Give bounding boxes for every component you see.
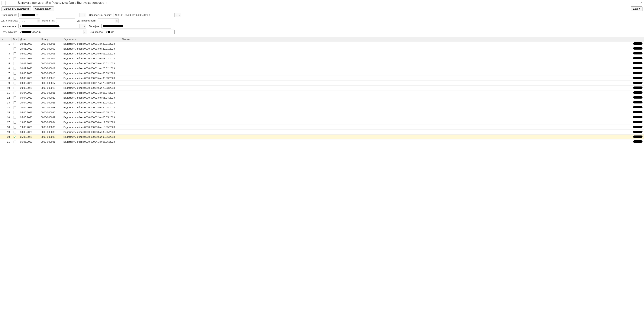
col-header-num[interactable]: Номер: [39, 37, 62, 42]
row-checkbox[interactable]: [14, 136, 16, 138]
cell-flag[interactable]: [11, 86, 19, 91]
cell-flag[interactable]: [11, 81, 19, 86]
row-checkbox[interactable]: [14, 52, 16, 55]
cell-flag[interactable]: [11, 100, 19, 105]
pay-date-label: Дата платежа:: [2, 19, 18, 22]
cell-flag[interactable]: [11, 61, 19, 66]
table-row[interactable]: 2105.06.20230000-000041Ведомость в банк …: [0, 139, 644, 144]
cell-date: 03.02.2023: [19, 56, 39, 61]
row-checkbox[interactable]: [14, 106, 16, 109]
pay-date-input-wrap[interactable]: 📅: [19, 18, 40, 23]
table-row[interactable]: 920.03.20230000-000017Ведомость в банк 0…: [0, 81, 644, 86]
project-input-wrap[interactable]: № 35-21-33/20-1 от 04.03.2020 г. ▾ ↗: [114, 13, 182, 17]
table-row[interactable]: 1605.05.20230000-000032Ведомость в банк …: [0, 115, 644, 120]
project-open-icon[interactable]: ↗: [178, 13, 181, 17]
table-row[interactable]: 1020.03.20230000-000019Ведомость в банк …: [0, 86, 644, 91]
create-file-button[interactable]: Создать файл: [33, 7, 54, 11]
org-open-icon[interactable]: ↗: [83, 13, 86, 17]
ved-date-calendar-icon[interactable]: 📅: [115, 19, 118, 23]
col-header-sum[interactable]: Сумма: [120, 37, 644, 42]
row-checkbox[interactable]: [14, 131, 16, 133]
pay-date-input[interactable]: [20, 19, 36, 23]
cell-flag[interactable]: [11, 115, 19, 120]
cell-flag[interactable]: [11, 120, 19, 125]
row-checkbox[interactable]: [14, 67, 16, 70]
cell-flag[interactable]: [11, 105, 19, 110]
table-row[interactable]: 520.02.20230000-000009Ведомость в банк 0…: [0, 61, 644, 66]
row-checkbox[interactable]: [14, 87, 16, 89]
table-row[interactable]: 620.02.20230000-000011Ведомость в банк 0…: [0, 66, 644, 71]
cell-flag[interactable]: [11, 135, 19, 139]
row-checkbox[interactable]: [14, 82, 16, 84]
cell-flag[interactable]: [11, 130, 19, 135]
row-checkbox[interactable]: [14, 43, 16, 45]
col-header-flag[interactable]: Флг: [11, 37, 19, 42]
cell-flag[interactable]: [11, 110, 19, 115]
close-icon[interactable]: ✕: [640, 1, 642, 4]
org-input-wrap[interactable]: О О" ▾ ↗: [18, 13, 86, 17]
col-header-n[interactable]: N: [0, 37, 11, 42]
table-row[interactable]: 403.02.20230000-000007Ведомость в банк 0…: [0, 56, 644, 61]
cell-flag[interactable]: [11, 56, 19, 61]
table-row[interactable]: 1420.04.20230000-000028Ведомость в банк …: [0, 105, 644, 110]
cell-flag[interactable]: [11, 46, 19, 51]
cell-flag[interactable]: [11, 71, 19, 76]
row-checkbox[interactable]: [14, 141, 16, 143]
table-row[interactable]: 1930.05.20230000-000038Ведомость в банк …: [0, 130, 644, 135]
filename-input-wrap[interactable]: s .xls: [105, 30, 174, 34]
table-row[interactable]: 803.03.20230000-000015Ведомость в банк 0…: [0, 76, 644, 81]
pay-date-calendar-icon[interactable]: 📅: [37, 19, 40, 23]
ved-date-input[interactable]: [98, 19, 115, 23]
row-checkbox[interactable]: [14, 97, 16, 99]
table-row[interactable]: 2005.06.20230000-000039Ведомость в банк …: [0, 135, 644, 139]
row-checkbox[interactable]: [14, 72, 16, 75]
table-row[interactable]: 1105.04.20230000-000021Ведомость в банк …: [0, 91, 644, 95]
org-dropdown-icon[interactable]: ▾: [79, 13, 83, 17]
executor-open-icon[interactable]: ↗: [83, 24, 86, 28]
cell-flag[interactable]: [11, 76, 19, 81]
cell-flag[interactable]: [11, 95, 19, 100]
row-checkbox[interactable]: [14, 126, 16, 129]
project-dropdown-icon[interactable]: ▾: [174, 13, 178, 17]
row-checkbox[interactable]: [14, 101, 16, 104]
table-row[interactable]: 1205.04.20230000-000023Ведомость в банк …: [0, 95, 644, 100]
nav-forward-button[interactable]: →: [6, 1, 10, 5]
cell-flag[interactable]: [11, 66, 19, 71]
table-row[interactable]: 703.03.20230000-000013Ведомость в банк 0…: [0, 71, 644, 76]
nav-back-button[interactable]: ←: [2, 1, 6, 5]
row-checkbox[interactable]: [14, 121, 16, 124]
kebab-menu-icon[interactable]: ⋮: [635, 1, 638, 4]
row-checkbox[interactable]: [14, 62, 16, 65]
row-checkbox[interactable]: [14, 92, 16, 94]
table-row[interactable]: 1719.05.20230000-000034Ведомость в банк …: [0, 120, 644, 125]
fill-vedomosti-button[interactable]: Заполнить ведомости: [2, 7, 31, 11]
col-header-date[interactable]: Дата: [19, 37, 39, 42]
row-checkbox[interactable]: [14, 111, 16, 114]
executor-input-wrap[interactable]: А ▾ ↗: [18, 24, 86, 29]
row-checkbox[interactable]: [14, 116, 16, 119]
table-row[interactable]: 20.01.20230000-000003Ведомость в банк 00…: [0, 46, 644, 51]
executor-dropdown-icon[interactable]: ▾: [79, 24, 83, 28]
row-checkbox[interactable]: [14, 48, 16, 50]
col-header-ved[interactable]: Ведомость: [62, 37, 120, 42]
table-row[interactable]: 1819.05.20230000-000036Ведомость в банк …: [0, 125, 644, 130]
cell-n: 21: [0, 139, 11, 144]
table-row[interactable]: 1505.05.20230000-000030Ведомость в банк …: [0, 110, 644, 115]
phone-input-wrap[interactable]: [101, 24, 171, 29]
pp-num-input-wrap[interactable]: [56, 18, 75, 23]
table-row[interactable]: 120.01.20230000-000001Ведомость в банк 0…: [0, 42, 644, 46]
table-row[interactable]: 303.02.20230000-000005Ведомость в банк 0…: [0, 51, 644, 56]
table-row[interactable]: 1320.04.20230000-000026Ведомость в банк …: [0, 100, 644, 105]
cell-flag[interactable]: [11, 91, 19, 95]
row-checkbox[interactable]: [14, 77, 16, 80]
cell-flag[interactable]: [11, 51, 19, 56]
row-checkbox[interactable]: [14, 57, 16, 60]
cell-flag[interactable]: [11, 42, 19, 46]
cell-flag[interactable]: [11, 139, 19, 144]
pp-num-input[interactable]: [56, 19, 75, 23]
cell-flag[interactable]: [11, 125, 19, 130]
ved-date-input-wrap[interactable]: 📅: [98, 18, 118, 23]
path-browse-icon[interactable]: …: [83, 30, 87, 34]
path-input-wrap[interactable]: Z \geozup …: [19, 30, 87, 34]
more-button[interactable]: Еще ▾: [631, 7, 642, 11]
